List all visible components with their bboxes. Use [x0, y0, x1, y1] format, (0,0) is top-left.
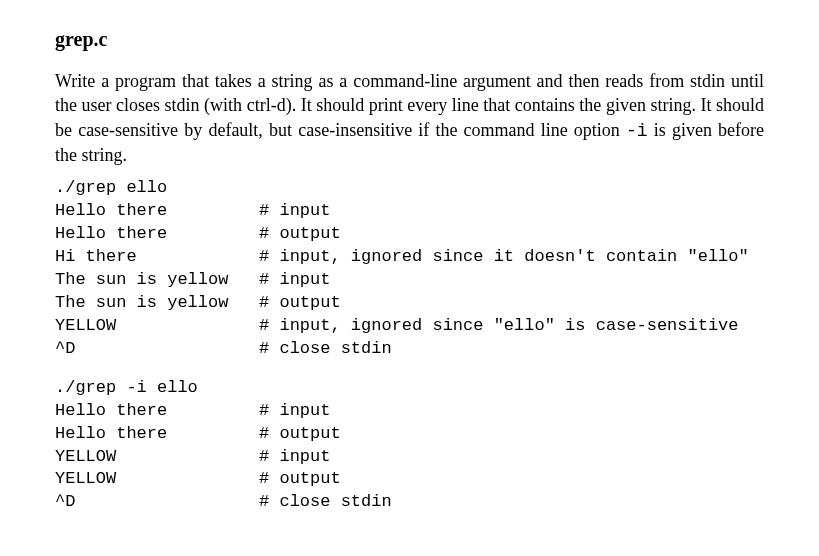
example-block-1: ./grep ello Hello there # input Hello th…	[55, 177, 764, 361]
section-heading: grep.c	[55, 28, 764, 51]
inline-code-option: -i	[626, 121, 648, 141]
example-block-2: ./grep -i ello Hello there # input Hello…	[55, 377, 764, 515]
body-paragraph: Write a program that takes a string as a…	[55, 69, 764, 167]
